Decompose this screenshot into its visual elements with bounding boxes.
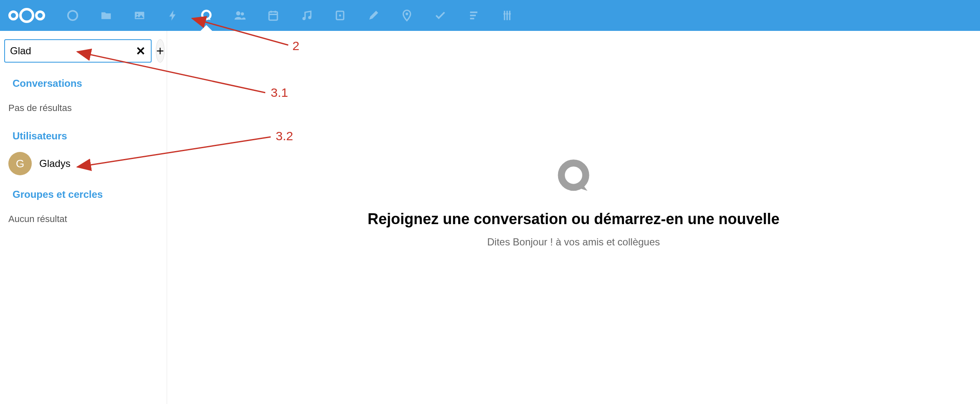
nextcloud-logo[interactable]: [8, 6, 46, 25]
maps-icon[interactable]: [400, 9, 414, 22]
deck-icon[interactable]: [333, 9, 347, 22]
svg-point-5: [137, 14, 138, 15]
svg-point-14: [308, 16, 312, 19]
empty-subtitle: Dites Bonjour ! à vos amis et collègues: [487, 236, 660, 248]
activity-icon[interactable]: [166, 9, 180, 22]
svg-point-3: [68, 11, 78, 20]
svg-point-2: [36, 12, 44, 19]
notes-icon[interactable]: [367, 9, 380, 22]
conversations-heading: Conversations: [0, 70, 167, 93]
tasks-icon[interactable]: [434, 9, 447, 22]
left-sidebar: ✕ + Conversations Pas de résultas Utilis…: [0, 31, 167, 404]
svg-point-21: [561, 163, 586, 187]
svg-point-7: [236, 11, 240, 15]
user-name-label: Gladys: [39, 158, 71, 169]
new-conversation-button[interactable]: +: [156, 39, 165, 63]
svg-point-17: [406, 13, 408, 15]
search-input[interactable]: [10, 45, 135, 57]
music-icon[interactable]: [300, 9, 313, 22]
clear-search-icon[interactable]: ✕: [135, 45, 146, 56]
svg-point-0: [10, 12, 17, 19]
empty-title: Rejoignez une conversation ou démarrez-e…: [368, 210, 779, 228]
search-box: ✕: [4, 39, 152, 63]
talk-icon[interactable]: [200, 9, 213, 22]
talk-placeholder-icon: [553, 156, 594, 198]
svg-rect-9: [269, 12, 277, 20]
groups-empty: Aucun résultat: [0, 205, 167, 234]
files-icon[interactable]: [99, 9, 113, 22]
main-content: Rejoignez une conversation ou démarrez-e…: [167, 31, 980, 404]
svg-point-1: [20, 9, 33, 22]
forms-icon[interactable]: [467, 9, 480, 22]
user-result-item[interactable]: G Gladys: [0, 146, 167, 181]
dashboard-icon[interactable]: [66, 9, 79, 22]
cookbook-icon[interactable]: [500, 9, 514, 22]
top-navbar: [0, 0, 980, 31]
users-heading: Utilisateurs: [0, 123, 167, 146]
conversations-empty: Pas de résultas: [0, 93, 167, 123]
contacts-icon[interactable]: [233, 9, 246, 22]
svg-point-13: [302, 17, 306, 20]
svg-point-8: [241, 13, 244, 16]
calendar-icon[interactable]: [267, 9, 280, 22]
svg-point-16: [339, 15, 341, 17]
photos-icon[interactable]: [133, 9, 146, 22]
svg-point-6: [202, 11, 211, 19]
groups-heading: Groupes et cercles: [0, 181, 167, 205]
avatar: G: [8, 152, 32, 175]
